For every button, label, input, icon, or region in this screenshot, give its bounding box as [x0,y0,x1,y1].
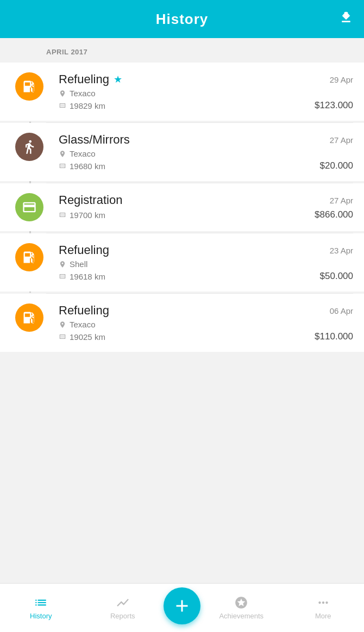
entry-icon-wrap [0,133,59,161]
entry-location: Texaco [59,149,353,158]
entry-icon-wrap [0,72,59,101]
nav-item-more[interactable]: More [283,596,365,620]
nav-label-more: More [315,612,331,620]
bottom-nav: History Reports Achievements More [0,583,364,632]
registration-icon [15,193,43,221]
list-item[interactable]: Refueling 06 Apr Texaco 19025 km $110.00… [0,294,364,352]
list-item[interactable]: Registration 27 Apr 19700 km $866.000 [0,183,364,231]
entry-icon-wrap [0,303,59,332]
entry-odometer: 19025 km $110.000 [59,331,353,342]
nav-label-history: History [30,612,52,620]
content-area: APRIL 2017 Refueling ★ 29 Apr [0,38,364,583]
app-header: History [0,0,364,38]
entry-title: Glass/Mirrors [59,133,130,147]
star-icon: ★ [114,73,122,85]
download-icon[interactable] [339,10,353,28]
service-icon [15,133,43,161]
entry-date: 06 Apr [330,306,353,315]
fuel-icon [15,303,43,332]
fab-button[interactable] [164,587,200,629]
entry-title: Registration [59,193,122,207]
list-item[interactable]: Refueling 23 Apr Shell 19618 km $50.000 [0,233,364,292]
entry-amount: $110.000 [315,331,353,342]
entry-location: Shell [59,259,353,269]
entry-date: 27 Apr [330,196,353,205]
entry-odometer: 19680 km $20.000 [59,160,353,171]
add-button[interactable] [164,587,200,624]
fuel-icon [15,243,43,271]
list-item[interactable]: Refueling ★ 29 Apr Texaco 19829 km $123.… [0,63,364,121]
fuel-icon [15,72,43,101]
entry-date: 29 Apr [330,75,353,84]
entry-location: Texaco [59,89,353,98]
entry-body: Registration 27 Apr 19700 km $866.000 [59,193,353,220]
header-title: History [156,11,209,28]
nav-label-achievements: Achievements [219,612,263,620]
entry-date: 23 Apr [330,246,353,255]
timeline: Refueling ★ 29 Apr Texaco 19829 km $123.… [0,63,364,352]
entry-amount: $20.000 [320,160,353,171]
nav-label-reports: Reports [110,612,135,620]
entry-body: Refueling ★ 29 Apr Texaco 19829 km $123.… [59,72,353,111]
entry-body: Refueling 23 Apr Shell 19618 km $50.000 [59,243,353,282]
entry-title: Refueling [59,243,109,257]
month-label: APRIL 2017 [0,38,364,63]
entry-odometer: 19618 km $50.000 [59,271,353,282]
entry-amount: $50.000 [320,271,353,282]
nav-item-reports[interactable]: Reports [82,596,164,620]
entry-title: Refueling ★ [59,72,122,86]
entry-body: Refueling 06 Apr Texaco 19025 km $110.00… [59,303,353,342]
entry-date: 27 Apr [330,135,353,145]
entry-amount: $866.000 [315,209,353,220]
entry-odometer: 19700 km $866.000 [59,209,353,220]
nav-item-achievements[interactable]: Achievements [200,596,283,620]
entry-icon-wrap [0,243,59,271]
entry-odometer: 19829 km $123.000 [59,100,353,111]
list-item[interactable]: Glass/Mirrors 27 Apr Texaco 19680 km $20… [0,123,364,181]
entry-body: Glass/Mirrors 27 Apr Texaco 19680 km $20… [59,133,353,171]
entry-amount: $123.000 [315,100,353,111]
entry-icon-wrap [0,193,59,221]
nav-item-history[interactable]: History [0,596,82,620]
entry-location: Texaco [59,320,353,329]
entry-title: Refueling [59,303,109,318]
